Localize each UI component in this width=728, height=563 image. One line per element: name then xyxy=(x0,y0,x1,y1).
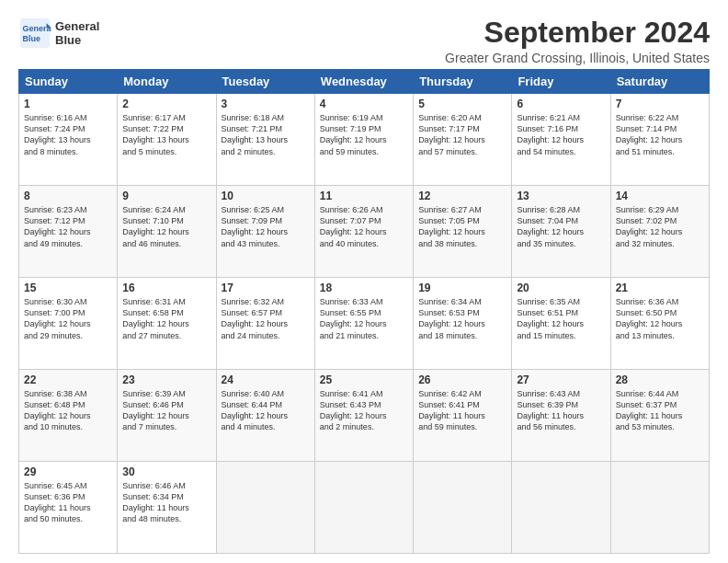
cell-line: Sunrise: 6:35 AM xyxy=(517,296,605,307)
cell-line: Sunrise: 6:27 AM xyxy=(418,204,506,215)
cell-line: Daylight: 11 hours xyxy=(418,410,506,421)
cell-line: and 57 minutes. xyxy=(418,146,506,157)
calendar-cell: 21Sunrise: 6:36 AMSunset: 6:50 PMDayligh… xyxy=(610,278,709,370)
day-number: 6 xyxy=(517,98,605,110)
cell-line: and 56 minutes. xyxy=(517,421,605,432)
cell-line: and 59 minutes. xyxy=(418,421,506,432)
day-number: 4 xyxy=(320,98,408,110)
day-number: 22 xyxy=(24,373,112,386)
cell-line: Sunrise: 6:18 AM xyxy=(222,112,310,123)
cell-line: and 7 minutes. xyxy=(122,421,210,432)
calendar-cell: 30Sunrise: 6:46 AMSunset: 6:34 PMDayligh… xyxy=(118,462,216,554)
cell-line: Sunset: 6:53 PM xyxy=(418,307,506,318)
cell-info: Sunrise: 6:16 AMSunset: 7:24 PMDaylight:… xyxy=(24,112,112,157)
cell-line: and 8 minutes. xyxy=(24,146,112,157)
day-number: 9 xyxy=(122,190,210,202)
cell-line: Sunrise: 6:41 AM xyxy=(320,388,408,399)
day-number: 28 xyxy=(616,373,704,386)
cell-line: and 53 minutes. xyxy=(616,421,704,432)
cell-line: Sunset: 7:00 PM xyxy=(24,307,112,318)
day-number: 10 xyxy=(222,190,310,202)
cell-line: and 49 minutes. xyxy=(24,238,112,249)
cell-line: Sunset: 6:37 PM xyxy=(616,399,704,410)
day-number: 14 xyxy=(616,190,704,202)
calendar-cell: 12Sunrise: 6:27 AMSunset: 7:05 PMDayligh… xyxy=(414,186,512,278)
cell-line: Sunset: 6:43 PM xyxy=(320,399,408,410)
calendar-cell: 9Sunrise: 6:24 AMSunset: 7:10 PMDaylight… xyxy=(118,186,216,278)
day-number: 20 xyxy=(517,282,605,294)
day-number: 18 xyxy=(320,282,408,294)
calendar-cell: 29Sunrise: 6:45 AMSunset: 6:36 PMDayligh… xyxy=(19,462,118,554)
cell-line: Sunset: 6:50 PM xyxy=(616,307,704,318)
cell-line: and 59 minutes. xyxy=(320,146,408,157)
cell-line: Daylight: 12 hours xyxy=(122,410,210,421)
cell-line: Daylight: 12 hours xyxy=(24,318,112,329)
cell-info: Sunrise: 6:40 AMSunset: 6:44 PMDaylight:… xyxy=(222,388,310,433)
cell-info: Sunrise: 6:41 AMSunset: 6:43 PMDaylight:… xyxy=(320,388,408,433)
cell-line: Sunset: 6:41 PM xyxy=(418,399,506,410)
calendar-cell: 28Sunrise: 6:44 AMSunset: 6:37 PMDayligh… xyxy=(610,370,709,462)
cell-line: Sunset: 6:57 PM xyxy=(222,307,310,318)
cell-line: and 18 minutes. xyxy=(418,330,506,341)
cell-info: Sunrise: 6:24 AMSunset: 7:10 PMDaylight:… xyxy=(122,204,210,249)
day-number: 19 xyxy=(418,282,506,294)
cell-info: Sunrise: 6:20 AMSunset: 7:17 PMDaylight:… xyxy=(418,112,506,157)
day-number: 8 xyxy=(24,190,112,202)
logo-line2: Blue xyxy=(55,33,99,47)
calendar-cell xyxy=(216,462,314,554)
day-number: 23 xyxy=(122,373,210,386)
calendar-cell: 6Sunrise: 6:21 AMSunset: 7:16 PMDaylight… xyxy=(512,94,610,186)
day-number: 17 xyxy=(222,282,310,294)
cell-line: Sunrise: 6:17 AM xyxy=(122,112,210,123)
cell-line: and 46 minutes. xyxy=(122,238,210,249)
calendar-cell: 3Sunrise: 6:18 AMSunset: 7:21 PMDaylight… xyxy=(216,94,314,186)
cell-line: Sunrise: 6:20 AM xyxy=(418,112,506,123)
cell-line: Sunset: 7:04 PM xyxy=(517,215,605,226)
cell-line: Daylight: 12 hours xyxy=(320,410,408,421)
calendar-cell xyxy=(414,462,512,554)
calendar-cell: 11Sunrise: 6:26 AMSunset: 7:07 PMDayligh… xyxy=(314,186,413,278)
cell-info: Sunrise: 6:18 AMSunset: 7:21 PMDaylight:… xyxy=(222,112,310,157)
calendar-cell: 26Sunrise: 6:42 AMSunset: 6:41 PMDayligh… xyxy=(414,370,512,462)
cell-line: Sunrise: 6:40 AM xyxy=(222,388,310,399)
cell-line: Daylight: 13 hours xyxy=(222,134,310,145)
cell-line: Sunrise: 6:33 AM xyxy=(320,296,408,307)
cell-line: Daylight: 12 hours xyxy=(24,226,112,237)
svg-text:Blue: Blue xyxy=(23,34,41,43)
day-number: 29 xyxy=(24,465,112,478)
logo: General Blue General Blue xyxy=(18,17,99,50)
cell-info: Sunrise: 6:43 AMSunset: 6:39 PMDaylight:… xyxy=(517,388,605,433)
col-header-saturday: Saturday xyxy=(610,70,709,94)
col-header-monday: Monday xyxy=(118,70,216,94)
day-number: 5 xyxy=(418,98,506,110)
calendar-week-row: 22Sunrise: 6:38 AMSunset: 6:48 PMDayligh… xyxy=(19,370,710,462)
day-number: 2 xyxy=(122,98,210,110)
cell-line: Daylight: 11 hours xyxy=(24,502,112,513)
cell-info: Sunrise: 6:25 AMSunset: 7:09 PMDaylight:… xyxy=(222,204,310,249)
cell-info: Sunrise: 6:28 AMSunset: 7:04 PMDaylight:… xyxy=(517,204,605,249)
cell-line: Sunset: 7:24 PM xyxy=(24,123,112,134)
cell-info: Sunrise: 6:34 AMSunset: 6:53 PMDaylight:… xyxy=(418,296,506,341)
cell-line: and 13 minutes. xyxy=(616,330,704,341)
calendar-cell: 20Sunrise: 6:35 AMSunset: 6:51 PMDayligh… xyxy=(512,278,610,370)
calendar-week-row: 29Sunrise: 6:45 AMSunset: 6:36 PMDayligh… xyxy=(19,462,710,554)
day-number: 12 xyxy=(418,190,506,202)
calendar-cell: 4Sunrise: 6:19 AMSunset: 7:19 PMDaylight… xyxy=(314,94,413,186)
title-block: September 2024 Greater Grand Crossing, I… xyxy=(445,17,710,65)
cell-line: and 50 minutes. xyxy=(24,513,112,524)
cell-line: and 2 minutes. xyxy=(222,146,310,157)
calendar-cell: 27Sunrise: 6:43 AMSunset: 6:39 PMDayligh… xyxy=(512,370,610,462)
cell-line: Sunset: 6:51 PM xyxy=(517,307,605,318)
cell-line: Daylight: 12 hours xyxy=(616,134,704,145)
cell-line: and 4 minutes. xyxy=(222,421,310,432)
cell-line: Daylight: 12 hours xyxy=(222,410,310,421)
cell-line: Sunset: 6:58 PM xyxy=(122,307,210,318)
calendar-cell: 8Sunrise: 6:23 AMSunset: 7:12 PMDaylight… xyxy=(19,186,118,278)
day-number: 3 xyxy=(222,98,310,110)
cell-info: Sunrise: 6:31 AMSunset: 6:58 PMDaylight:… xyxy=(122,296,210,341)
calendar-cell: 24Sunrise: 6:40 AMSunset: 6:44 PMDayligh… xyxy=(216,370,314,462)
day-number: 15 xyxy=(24,282,112,294)
cell-line: and 29 minutes. xyxy=(24,330,112,341)
cell-info: Sunrise: 6:21 AMSunset: 7:16 PMDaylight:… xyxy=(517,112,605,157)
day-number: 13 xyxy=(517,190,605,202)
